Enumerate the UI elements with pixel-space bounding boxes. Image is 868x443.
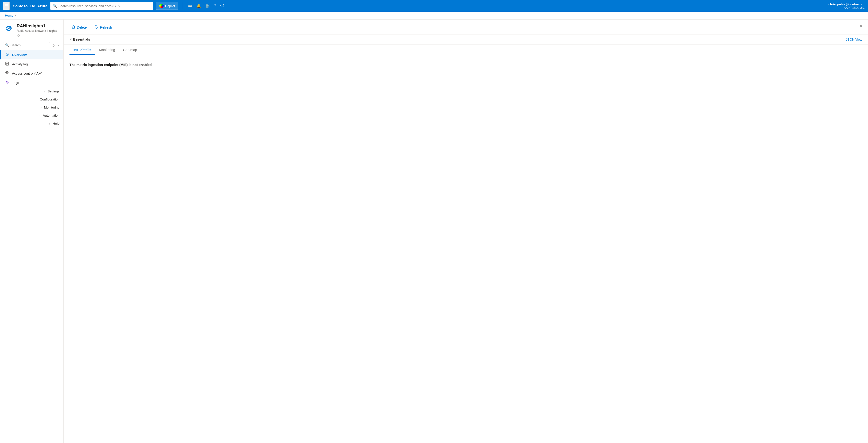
sidebar-item-configuration-label: Configuration [40, 98, 59, 101]
sidebar-item-help[interactable]: › Help [0, 120, 63, 128]
content-toolbar: Delete Refresh [64, 20, 868, 34]
sidebar-item-monitoring[interactable]: › Monitoring [0, 103, 63, 111]
essentials-chevron-icon: ∨ [69, 38, 72, 41]
user-org: CONTOSO, LTD. [828, 6, 865, 9]
brand-name: Contoso, Ltd. Azure [13, 4, 48, 8]
sidebar-resource-title: RANInsights1 [17, 24, 57, 29]
essentials-section: ∨ Essentials JSON View [64, 34, 868, 44]
svg-point-8 [6, 71, 8, 73]
more-options-icon[interactable]: ··· [22, 34, 27, 38]
sidebar-collapse-button[interactable]: « [57, 43, 60, 48]
tabs-row: MIE details Monitoring Geo map [64, 45, 868, 55]
global-search-input[interactable] [59, 4, 151, 8]
tab-content-mie-details: The metric ingestion endpoint (MIE) is n… [64, 55, 868, 75]
copilot-button[interactable]: Copilot [156, 2, 178, 10]
help-chevron-icon: › [49, 122, 50, 126]
search-icon: 🔍 [53, 4, 57, 8]
tab-mie-details-label: MIE details [73, 48, 91, 52]
user-profile[interactable]: chrisqpublic@contoso.c... CONTOSO, LTD. [828, 3, 865, 9]
global-search-box: 🔍 [51, 2, 153, 10]
sidebar-resource-info: RANInsights1 Radio Access Network Insigh… [17, 24, 57, 38]
sidebar-header: RANInsights1 Radio Access Network Insigh… [0, 20, 63, 40]
topbar: ☰ Contoso, Ltd. Azure 🔍 Copilot ⌨️ 🔔 ⚙️ … [0, 0, 868, 12]
sidebar-item-tags-label: Tags [12, 81, 19, 84]
sidebar-item-overview[interactable]: Overview [0, 50, 63, 59]
tab-geo-map[interactable]: Geo map [119, 45, 141, 55]
sidebar-item-settings-label: Settings [48, 90, 59, 93]
sidebar: RANInsights1 Radio Access Network Insigh… [0, 20, 64, 443]
sidebar-item-automation[interactable]: › Automation [0, 111, 63, 120]
copilot-label: Copilot [165, 4, 175, 8]
feedback-button[interactable] [219, 2, 225, 10]
sidebar-item-monitoring-label: Monitoring [44, 106, 59, 109]
breadcrumb-home[interactable]: Home [5, 14, 13, 18]
terminal-button[interactable]: ⌨️ [186, 2, 194, 10]
sidebar-nav: Overview Activity log [0, 50, 63, 443]
svg-point-3 [7, 54, 8, 55]
sidebar-item-settings[interactable]: › Settings [0, 87, 63, 95]
sidebar-search-icon: 🔍 [5, 43, 9, 47]
topbar-icons: ⌨️ 🔔 ⚙️ ? [186, 2, 225, 10]
overview-icon [5, 52, 9, 57]
sidebar-item-tags[interactable]: Tags [0, 78, 63, 87]
breadcrumb: Home › [0, 12, 868, 20]
tags-icon [5, 80, 9, 85]
tab-geo-map-label: Geo map [123, 48, 137, 52]
sidebar-search-box: 🔍 [3, 42, 50, 48]
sidebar-item-access-control[interactable]: Access control (IAM) [0, 69, 63, 78]
essentials-label: Essentials [73, 37, 90, 41]
settings-chevron-icon: › [44, 90, 45, 93]
sidebar-pin-button[interactable]: ◇ [51, 43, 56, 48]
content-area: ✕ Delete [64, 20, 868, 443]
help-button[interactable]: ? [213, 2, 218, 9]
access-control-icon [5, 71, 9, 76]
sidebar-collapse-btns: ◇ « [51, 43, 60, 48]
sidebar-item-overview-label: Overview [12, 53, 27, 57]
refresh-button[interactable]: Refresh [92, 24, 114, 31]
essentials-toggle[interactable]: ∨ Essentials [69, 37, 90, 41]
close-button[interactable]: ✕ [860, 24, 863, 29]
mie-not-enabled-message: The metric ingestion endpoint (MIE) is n… [69, 63, 862, 67]
favorite-star-icon[interactable]: ☆ [17, 33, 20, 38]
resource-icon [4, 24, 14, 33]
automation-chevron-icon: › [39, 114, 40, 117]
sidebar-search-row: 🔍 ◇ « [0, 40, 63, 50]
main-container: RANInsights1 Radio Access Network Insigh… [0, 20, 868, 443]
configuration-chevron-icon: › [36, 98, 37, 101]
settings-button[interactable]: ⚙️ [204, 2, 212, 10]
sidebar-item-configuration[interactable]: › Configuration [0, 95, 63, 103]
sidebar-title-actions: ☆ ··· [17, 33, 57, 38]
sidebar-item-activity-log[interactable]: Activity log [0, 59, 63, 69]
sidebar-item-access-control-label: Access control (IAM) [12, 72, 42, 75]
tab-monitoring[interactable]: Monitoring [95, 45, 119, 55]
sidebar-search-input[interactable] [10, 43, 48, 47]
hamburger-menu[interactable]: ☰ [3, 2, 10, 10]
activity-log-icon [5, 62, 9, 67]
copilot-icon [159, 4, 164, 8]
sidebar-item-activity-log-label: Activity log [12, 62, 28, 66]
monitoring-chevron-icon: › [41, 106, 41, 109]
svg-point-9 [6, 72, 6, 73]
json-view-link[interactable]: JSON View [846, 38, 862, 41]
sidebar-item-help-label: Help [53, 122, 59, 126]
refresh-icon [94, 25, 98, 30]
notifications-button[interactable]: 🔔 [195, 2, 203, 10]
svg-point-10 [8, 72, 9, 73]
svg-point-11 [6, 81, 7, 82]
topbar-divider [182, 2, 182, 9]
refresh-label: Refresh [100, 26, 112, 29]
delete-label: Delete [77, 26, 87, 29]
breadcrumb-separator: › [15, 14, 16, 18]
user-name: chrisqpublic@contoso.c... [828, 3, 865, 6]
delete-button[interactable]: Delete [69, 24, 89, 31]
delete-icon [71, 25, 75, 30]
sidebar-resource-subtitle: Radio Access Network Insights [17, 29, 57, 33]
tab-mie-details[interactable]: MIE details [69, 45, 95, 55]
tab-monitoring-label: Monitoring [99, 48, 115, 52]
sidebar-item-automation-label: Automation [43, 114, 59, 117]
